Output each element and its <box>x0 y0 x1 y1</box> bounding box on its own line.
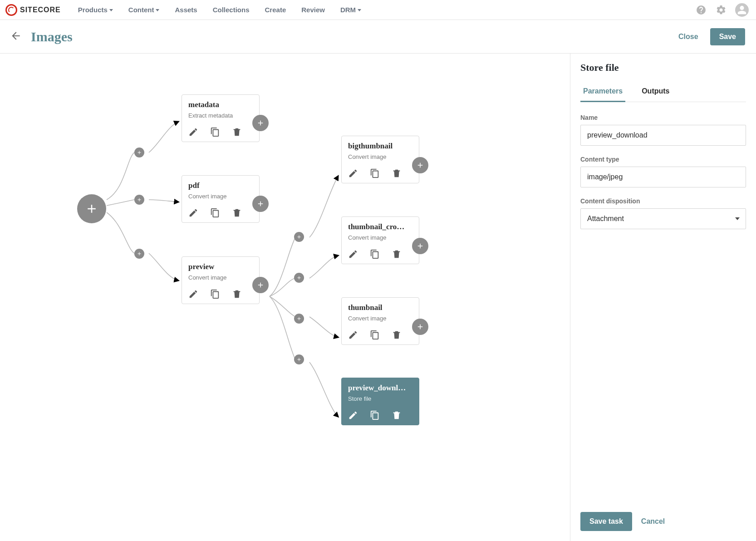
add-after-metadata[interactable] <box>252 115 269 131</box>
title-bar: Images Close Save <box>0 20 756 54</box>
trash-icon[interactable] <box>392 410 402 420</box>
copy-icon[interactable] <box>370 249 380 259</box>
nav-item-content[interactable]: Content <box>128 6 160 14</box>
content-disposition-label: Content disposition <box>580 197 746 205</box>
add-after-preview[interactable] <box>252 277 269 293</box>
nav-label: Products <box>78 6 108 14</box>
copy-icon[interactable] <box>370 410 380 420</box>
add-after-pdf[interactable] <box>252 196 269 212</box>
copy-icon[interactable] <box>370 168 380 178</box>
nav-item-assets[interactable]: Assets <box>175 6 197 14</box>
node-preview[interactable]: preview Convert image <box>182 256 260 304</box>
page-title: Images <box>31 29 73 44</box>
add-after-thumbnail[interactable] <box>412 319 428 335</box>
user-avatar[interactable] <box>735 3 749 17</box>
add-branch-preview[interactable] <box>134 249 144 259</box>
node-subtitle: Convert image <box>188 274 253 281</box>
nav-label: Review <box>301 6 325 14</box>
edit-icon[interactable] <box>348 330 358 340</box>
content-disposition-select[interactable] <box>580 208 746 229</box>
node-preview-download[interactable]: preview_downl… Store file <box>341 378 419 425</box>
node-title: thumbnail <box>348 303 412 312</box>
node-title: preview <box>188 262 253 271</box>
trash-icon[interactable] <box>232 208 242 218</box>
chevron-down-icon <box>156 9 159 11</box>
trash-icon[interactable] <box>232 127 242 137</box>
add-branch-preview-download[interactable] <box>294 354 304 364</box>
add-branch-metadata[interactable] <box>134 148 144 157</box>
node-title: metadata <box>188 100 253 109</box>
add-branch-bigthumbnail[interactable] <box>294 232 304 242</box>
node-pdf[interactable]: pdf Convert image <box>182 175 260 223</box>
nav-label: Create <box>265 6 286 14</box>
settings-gear-icon[interactable] <box>715 4 727 16</box>
edit-icon[interactable] <box>188 127 198 137</box>
plus-icon <box>137 197 142 202</box>
save-button[interactable]: Save <box>710 28 745 45</box>
workflow-canvas[interactable]: metadata Extract metadata pdf Convert im… <box>0 54 570 541</box>
nav-item-review[interactable]: Review <box>301 6 325 14</box>
plus-icon <box>296 234 302 240</box>
add-branch-thumbnail[interactable] <box>294 314 304 324</box>
back-button[interactable] <box>10 30 22 44</box>
plus-icon <box>296 316 302 321</box>
copy-icon[interactable] <box>210 127 220 137</box>
cancel-button[interactable]: Cancel <box>641 517 665 526</box>
trash-icon[interactable] <box>392 249 402 259</box>
edit-icon[interactable] <box>348 168 358 178</box>
add-branch-thumbnail-cro[interactable] <box>294 273 304 283</box>
trash-icon[interactable] <box>392 330 402 340</box>
add-branch-pdf[interactable] <box>134 195 144 205</box>
plus-icon <box>416 161 424 169</box>
trash-icon[interactable] <box>232 289 242 299</box>
copy-icon[interactable] <box>370 330 380 340</box>
plus-icon <box>256 119 265 127</box>
help-icon[interactable] <box>695 4 707 16</box>
side-tabs: Parameters Outputs <box>580 84 746 102</box>
nav-item-products[interactable]: Products <box>78 6 113 14</box>
plus-icon <box>137 251 142 256</box>
chevron-down-icon <box>358 9 361 11</box>
side-panel: Store file Parameters Outputs Name Conte… <box>570 54 756 541</box>
plus-icon <box>85 202 98 216</box>
node-subtitle: Extract metadata <box>188 112 253 119</box>
nav-item-create[interactable]: Create <box>265 6 286 14</box>
node-subtitle: Convert image <box>348 234 412 241</box>
tab-outputs[interactable]: Outputs <box>639 84 672 102</box>
parameters-form: Name Content type Content disposition <box>580 114 746 229</box>
trash-icon[interactable] <box>392 168 402 178</box>
node-title: pdf <box>188 181 253 190</box>
nav-item-collections[interactable]: Collections <box>213 6 250 14</box>
brand-logo[interactable]: SITECORE <box>5 4 61 16</box>
copy-icon[interactable] <box>210 289 220 299</box>
tab-parameters[interactable]: Parameters <box>580 84 625 102</box>
nav-item-drm[interactable]: DRM <box>340 6 361 14</box>
node-subtitle: Convert image <box>348 153 412 160</box>
add-after-bigthumbnail[interactable] <box>412 157 428 173</box>
edit-icon[interactable] <box>348 410 358 420</box>
edit-icon[interactable] <box>348 249 358 259</box>
plus-icon <box>416 323 424 331</box>
node-thumbnail[interactable]: thumbnail Convert image <box>341 297 419 345</box>
node-title: preview_downl… <box>348 384 412 393</box>
plus-icon <box>296 357 302 362</box>
copy-icon[interactable] <box>210 208 220 218</box>
nav-items: Products Content Assets Collections Crea… <box>78 6 361 14</box>
edit-icon[interactable] <box>188 289 198 299</box>
node-thumbnail-cro[interactable]: thumbnail_cro… Convert image <box>341 216 419 264</box>
node-bigthumbnail[interactable]: bigthumbnail Convert image <box>341 136 419 183</box>
name-label: Name <box>580 114 746 121</box>
brand-text: SITECORE <box>20 6 61 14</box>
node-metadata[interactable]: metadata Extract metadata <box>182 94 260 142</box>
save-task-button[interactable]: Save task <box>580 512 632 531</box>
add-after-thumbnail-cro[interactable] <box>412 238 428 254</box>
root-add-node[interactable] <box>77 194 106 223</box>
close-button[interactable]: Close <box>670 28 707 45</box>
name-input[interactable] <box>580 125 746 146</box>
node-title: bigthumbnail <box>348 142 412 151</box>
content-disposition-value[interactable] <box>580 208 746 229</box>
content-type-label: Content type <box>580 156 746 163</box>
content-type-input[interactable] <box>580 167 746 187</box>
side-footer: Save task Cancel <box>580 504 746 541</box>
edit-icon[interactable] <box>188 208 198 218</box>
